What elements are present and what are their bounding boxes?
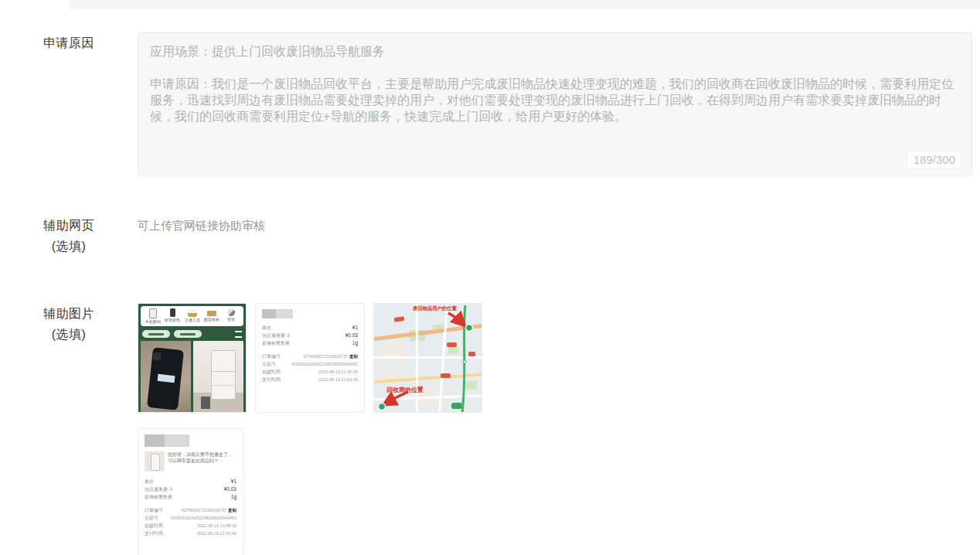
ci-scooter-icon (188, 310, 197, 317)
order-rows: 单价¥1信息服务费 ①¥0.03获得称重数量1g订单编号427660917223… (262, 324, 358, 383)
order-row: 交易号4200001624202208199915043491 (145, 514, 236, 522)
aux-web-optional-label: (选填) (0, 236, 138, 257)
map-user-location-label: 废旧物品用户的位置 (413, 305, 457, 312)
order-row: 订单编号4276609172233619737复制 (262, 352, 358, 360)
order-rows: 单价¥1信息服务费 ①¥0.03获得称重数量1g订单编号427660917223… (145, 478, 236, 537)
aux-web-label: 辅助网页 (0, 215, 138, 236)
road-badge (447, 342, 457, 347)
arrow-to-user-marker (448, 313, 463, 324)
redacted-block (262, 309, 293, 318)
order-row: 创建时间2022-08-19 21:40:09 (262, 368, 358, 376)
order-row: 支付时间2022-08-19 21:53:49 (145, 529, 236, 537)
thumbnail-map[interactable]: 废旧物品用户的位置 回收商的位置 (373, 303, 482, 413)
application-form: 申请原因 应用场景：提供上门回收废旧物品导航服务 申请原因：我们是一个废旧物品回… (0, 9, 980, 555)
aux-web-label-col: 辅助网页 (选填) (0, 215, 138, 257)
char-counter: 189/300 (908, 152, 961, 168)
fridge-thumbnail (145, 451, 165, 472)
copy-button[interactable]: 复制 (349, 352, 358, 360)
thumbnail-recycle-app[interactable]: 手机数码家用家电交通工具建筑板材全部 (138, 303, 247, 413)
aux-web-row: 辅助网页 (选填) 可上传官网链接协助审核 (0, 215, 980, 257)
order-row: 创建时间2022-08-19 21:48:09 (145, 522, 236, 529)
order-row: 订单编号4276609172233619737复制 (145, 506, 236, 514)
ci-wood-icon (207, 311, 216, 316)
reason-label: 申请原因 (0, 32, 138, 53)
map-recycler-location-label: 回收商的位置 (386, 386, 424, 394)
thumbnail-order-detail-2[interactable]: 您好呀，冰箱太重不想搬走了，可以帮手提走此商品吗？… 单价¥1信息服务费 ①¥0… (138, 428, 243, 555)
aux-images-row: 辅助图片 (选填) 手机数码家用家电交通工具建筑板材全部 (0, 303, 980, 555)
fridge-photo (193, 341, 243, 413)
aux-images-field-col: 手机数码家用家电交通工具建筑板材全部 (138, 303, 980, 555)
aux-web-field-col: 可上传官网链接协助审核 (138, 215, 980, 236)
aux-images-label-col: 辅助图片 (选填) (0, 303, 138, 345)
road-badge (468, 352, 475, 356)
thumbnail-order-detail-1[interactable]: 单价¥1信息服务费 ①¥0.03获得称重数量1g订单编号427660917223… (255, 303, 365, 413)
filter-pill-row (138, 326, 246, 341)
aux-images-optional-label: (选填) (0, 324, 138, 345)
aux-web-hint: 可上传官网链接协助审核 (138, 215, 972, 236)
order-row: 获得称重数量1g (145, 493, 236, 501)
order-row: 单价¥1 (262, 324, 358, 332)
ci-speaker-icon (170, 308, 175, 317)
order-row: 获得称重数量1g (262, 339, 358, 347)
list-icon (235, 331, 242, 338)
item-photo-row (138, 341, 246, 413)
road-badge (394, 316, 405, 322)
copy-button[interactable]: 复制 (228, 506, 236, 514)
transit-station (451, 403, 462, 409)
category-item: 建筑板材 (202, 308, 221, 325)
category-card: 手机数码家用家电交通工具建筑板材全部 (141, 306, 243, 326)
filter-pill (142, 330, 170, 338)
reason-text: 应用场景：提供上门回收废旧物品导航服务 申请原因：我们是一个废旧物品回收平台，主… (138, 33, 971, 124)
category-item: 手机数码 (144, 308, 162, 325)
order-row: 单价¥1 (145, 478, 236, 485)
reason-field-col: 应用场景：提供上门回收废旧物品导航服务 申请原因：我们是一个废旧物品回收平台，主… (138, 32, 980, 176)
chat-message-text: 您好呀，冰箱太重不想搬走了，可以帮手提走此商品吗？… (168, 451, 236, 472)
ci-fridge-icon (149, 308, 157, 318)
order-row: 信息服务费 ①¥0.03 (262, 332, 358, 339)
order-row: 支付时间2022-08-19 21:53:49 (262, 376, 358, 383)
order-row: 信息服务费 ①¥0.03 (145, 485, 236, 493)
category-item: 家用家电 (163, 308, 182, 325)
category-item: 交通工具 (183, 308, 202, 325)
reason-textarea[interactable]: 应用场景：提供上门回收废旧物品导航服务 申请原因：我们是一个废旧物品回收平台，主… (138, 32, 972, 176)
redacted-block (145, 434, 189, 447)
thumbnail-grid: 手机数码家用家电交通工具建筑板材全部 (138, 303, 509, 555)
cropped-panel-edge (70, 0, 980, 9)
reason-label-col: 申请原因 (0, 32, 138, 53)
recycler-location-marker (379, 403, 386, 410)
order-row: 交易号4200001624202208199915043491 (262, 360, 358, 368)
reason-row: 申请原因 应用场景：提供上门回收废旧物品导航服务 申请原因：我们是一个废旧物品回… (0, 32, 980, 176)
ci-misc-icon (227, 308, 235, 316)
aux-images-label: 辅助图片 (0, 303, 138, 324)
category-item: 全部 (222, 308, 240, 325)
phone-photo (141, 341, 191, 413)
road-badge (441, 373, 451, 378)
filter-pill (174, 330, 202, 338)
chat-message-row: 您好呀，冰箱太重不想搬走了，可以帮手提走此商品吗？… (145, 451, 236, 472)
